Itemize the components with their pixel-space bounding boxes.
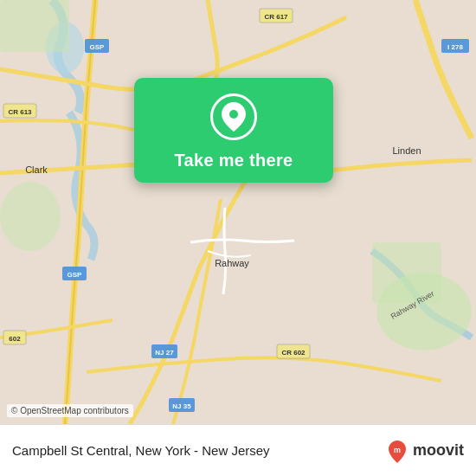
svg-text:GSP: GSP [90, 43, 106, 51]
svg-rect-2 [0, 0, 69, 52]
svg-text:CR 602: CR 602 [281, 349, 306, 357]
map-background: GSP GSP CR 617 I 278 CR 613 602 NJ 27 NJ… [0, 0, 476, 424]
location-pin-icon [210, 93, 257, 140]
svg-text:NJ 35: NJ 35 [172, 402, 191, 410]
moovit-logo: m moovit [385, 439, 464, 463]
location-text: Campbell St Central, New York - New Jers… [12, 443, 385, 458]
moovit-text: moovit [413, 441, 464, 460]
copyright-text: © OpenStreetMap contributors [7, 404, 133, 417]
svg-point-28 [229, 110, 238, 119]
moovit-icon: m [385, 439, 409, 463]
svg-text:Rahway: Rahway [215, 258, 249, 268]
svg-text:GSP: GSP [68, 271, 83, 279]
svg-text:I 278: I 278 [447, 43, 463, 51]
svg-text:Clark: Clark [25, 164, 48, 175]
action-card[interactable]: Take me there [134, 78, 333, 183]
svg-text:NJ 27: NJ 27 [155, 349, 174, 357]
info-bar: Campbell St Central, New York - New Jers… [0, 424, 476, 476]
svg-text:CR 613: CR 613 [8, 108, 32, 116]
copyright-label: © OpenStreetMap contributors [11, 406, 129, 415]
svg-text:CR 617: CR 617 [264, 13, 288, 21]
svg-text:Linden: Linden [392, 145, 421, 156]
svg-point-4 [0, 182, 61, 251]
svg-text:m: m [394, 446, 401, 454]
svg-text:602: 602 [9, 335, 21, 343]
take-me-there-label: Take me there [175, 151, 293, 170]
map-container: GSP GSP CR 617 I 278 CR 613 602 NJ 27 NJ… [0, 0, 476, 424]
